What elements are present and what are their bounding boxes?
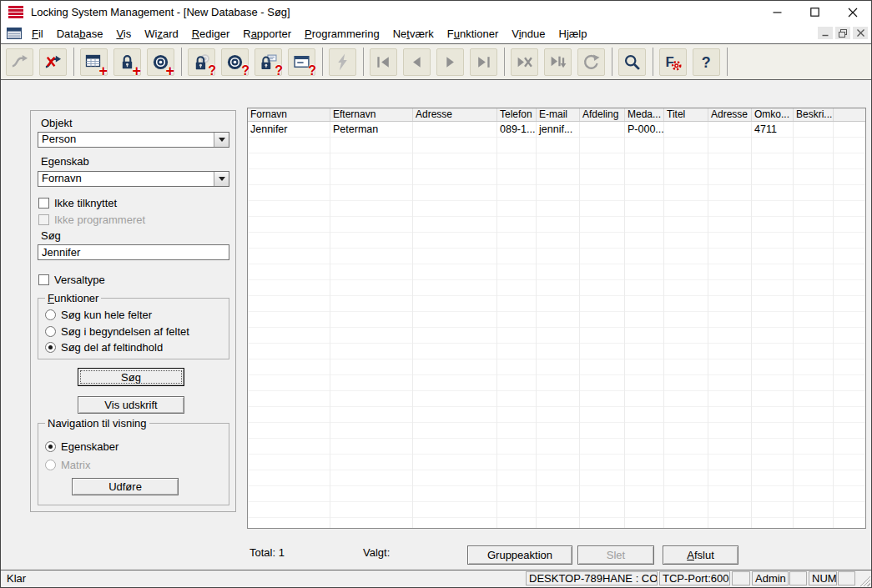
versaltype-checkbox[interactable]: Versaltype	[38, 274, 105, 286]
disconnect-toolbar-button[interactable]	[39, 48, 67, 76]
objekt-combobox[interactable]: Person	[38, 132, 229, 148]
grid-line	[833, 122, 834, 528]
new-transponder-toolbar-button[interactable]: +	[147, 48, 174, 76]
radio-icon	[45, 441, 56, 452]
svg-text:?: ?	[702, 53, 711, 70]
funktioner-group: Funktioner Søg kun hele felter Søg i beg…	[38, 298, 229, 359]
status-section-7	[838, 571, 855, 585]
table-cell: P-000...	[625, 122, 664, 138]
menu-vindue[interactable]: Vindue	[505, 28, 552, 40]
program-icon	[334, 53, 351, 71]
search-input[interactable]	[38, 244, 229, 260]
status-bar: Klar DESKTOP-789HANE : COM(*)TCP-Port:60…	[1, 570, 871, 587]
column-header-8[interactable]: Titel	[664, 108, 708, 121]
read-order-toolbar-button[interactable]: ?	[288, 48, 315, 76]
menu-hjaelp[interactable]: Hjælp	[552, 28, 593, 40]
menu-funktioner[interactable]: Funktioner	[441, 28, 505, 40]
read-transponder-toolbar-button[interactable]: ?	[221, 48, 249, 76]
menu-wizard[interactable]: Wizard	[138, 28, 184, 40]
column-header-3[interactable]: Adresse	[413, 108, 497, 121]
checkbox-icon	[38, 214, 49, 225]
radio-egenskaber[interactable]: Egenskaber	[45, 440, 118, 453]
table-cell: 089-1...	[497, 122, 537, 138]
soeg-button[interactable]: Søg	[78, 368, 184, 386]
read-lock-toolbar-button[interactable]: ?	[188, 48, 215, 76]
refresh-toolbar-button[interactable]	[577, 48, 605, 76]
cancel-navigation-toolbar-button[interactable]	[511, 48, 538, 76]
column-header-4[interactable]: Telefon	[497, 108, 537, 121]
previous-record-toolbar-button[interactable]	[403, 48, 431, 76]
column-header-10[interactable]: Omko...	[752, 108, 794, 121]
table-cell	[794, 122, 834, 138]
menu-database[interactable]: Database	[50, 28, 110, 40]
mdi-client-area: Objekt Person Egenskab Fornavn Ikke tilk…	[1, 80, 871, 570]
objekt-combobox-dropdown-button[interactable]	[214, 133, 229, 147]
program-toolbar-button	[329, 48, 356, 76]
question-badge-icon: ?	[208, 64, 216, 78]
table-row[interactable]: JenniferPeterman089-1...jennif...P-000..…	[248, 122, 865, 138]
radio-icon	[45, 460, 56, 470]
menu-netvaerk[interactable]: Netværk	[386, 28, 441, 40]
search-icon	[623, 53, 641, 71]
menu-fil[interactable]: Fil	[25, 28, 50, 40]
results-table-body[interactable]: JenniferPeterman089-1...jennif...P-000..…	[248, 122, 865, 528]
close-button[interactable]	[834, 1, 871, 23]
column-header-7[interactable]: Meda...	[625, 108, 664, 121]
search-toolbar-button[interactable]	[618, 48, 646, 76]
menu-programmering[interactable]: Programmering	[298, 28, 386, 40]
egenskab-combobox[interactable]: Fornavn	[38, 171, 229, 187]
radio-soeg-i-begyndelsen[interactable]: Søg i begyndelsen af feltet	[45, 325, 189, 338]
afslut-button[interactable]: Afslut	[663, 545, 738, 565]
mdi-close-button[interactable]	[853, 27, 868, 39]
radio-soeg-del-af-feltindhold[interactable]: Søg del af feltindhold	[45, 341, 163, 354]
ikke-programmeret-checkbox: Ikke programmeret	[38, 214, 145, 226]
column-header-6[interactable]: Afdeling	[580, 108, 625, 121]
last-record-icon	[475, 53, 492, 71]
mdi-system-menu-icon[interactable]	[7, 28, 22, 39]
first-record-toolbar-button[interactable]	[370, 48, 397, 76]
table-cell	[708, 122, 752, 138]
lock-state-toolbar-button[interactable]: ?	[255, 48, 282, 76]
toolbar-separator	[181, 48, 182, 76]
minimize-button[interactable]	[759, 1, 796, 23]
grid-line	[708, 122, 708, 528]
column-header-2[interactable]: Efternavn	[330, 108, 413, 121]
checkbox-icon	[38, 198, 49, 209]
resize-grip[interactable]	[859, 575, 870, 586]
mdi-minimize-button[interactable]	[818, 27, 833, 39]
next-record-toolbar-button[interactable]	[436, 48, 464, 76]
egenskab-combobox-dropdown-button[interactable]	[214, 172, 229, 186]
grid-line	[412, 122, 413, 528]
udfoere-button[interactable]: Udføre	[72, 478, 179, 495]
menu-rediger[interactable]: Rediger	[185, 28, 237, 40]
column-header-9[interactable]: Adresse	[708, 108, 752, 121]
help-toolbar-button[interactable]: ?	[693, 48, 720, 76]
menu-vis[interactable]: Vis	[109, 28, 138, 40]
ikke-tilknyttet-label: Ikke tilknyttet	[54, 197, 117, 209]
new-lock-toolbar-button[interactable]: +	[113, 48, 141, 76]
column-header-12[interactable]	[834, 108, 865, 121]
maximize-button[interactable]	[796, 1, 834, 23]
status-section-1: DESKTOP-789HANE : COM(*)	[526, 571, 658, 585]
goto-record-toolbar-button[interactable]	[544, 48, 572, 76]
column-header-5[interactable]: E-mail	[537, 108, 580, 121]
menu-rapporter[interactable]: Rapporter	[236, 28, 298, 40]
toolbar: +++????F?	[1, 44, 871, 80]
menu-bar-items: FilDatabaseVisWizardRedigerRapporterProg…	[25, 28, 593, 40]
radio-icon	[45, 309, 56, 320]
last-record-toolbar-button[interactable]	[470, 48, 497, 76]
mdi-restore-button[interactable]	[835, 27, 850, 39]
filter-toolbar-button[interactable]: F	[659, 48, 687, 76]
question-badge-icon: ?	[275, 64, 283, 78]
new-locking-system-toolbar-button[interactable]: +	[80, 48, 108, 76]
column-header-1[interactable]: Fornavn	[248, 108, 330, 121]
chevron-down-icon	[219, 177, 225, 181]
vis-udskrift-button[interactable]: Vis udskrift	[78, 396, 184, 414]
column-header-11[interactable]: Beskri...	[794, 108, 834, 121]
ikke-tilknyttet-checkbox[interactable]: Ikke tilknyttet	[38, 197, 117, 209]
mdi-minimize-icon	[822, 30, 829, 37]
mdi-restore-icon	[839, 29, 847, 38]
radio-soeg-kun-hele-felter[interactable]: Søg kun hele felter	[45, 309, 152, 321]
sync-toolbar-button	[6, 48, 33, 76]
gruppeaktion-button[interactable]: Gruppeaktion	[467, 545, 572, 565]
